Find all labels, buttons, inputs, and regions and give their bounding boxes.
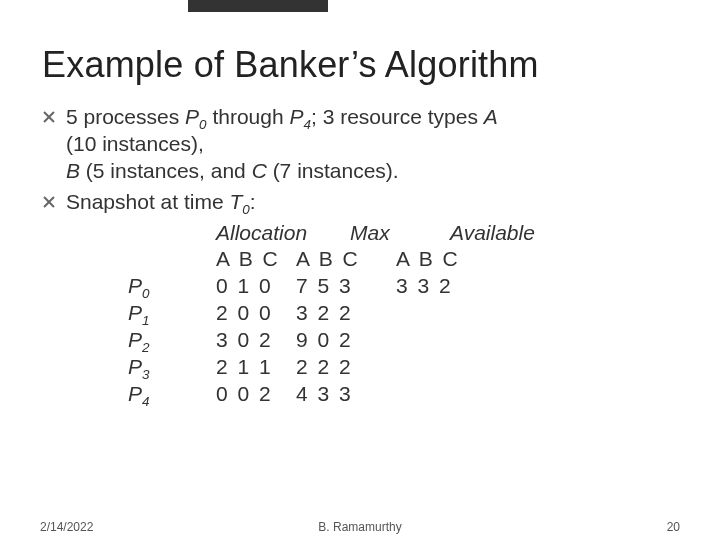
- bullet-2: Snapshot at time T0:: [42, 189, 678, 216]
- text-fragment: T: [229, 190, 242, 213]
- text-fragment: (7 instances).: [267, 159, 399, 182]
- var-B: B: [66, 159, 80, 182]
- text-fragment: (5 instances, and: [80, 159, 252, 182]
- decorative-top-bar: [188, 0, 328, 12]
- table-row: P3 2 1 1 2 2 2: [128, 354, 678, 381]
- bullet-1: 5 processes P0 through P4; 3 resource ty…: [42, 104, 678, 185]
- text-fragment: P: [128, 328, 142, 351]
- text-fragment: P: [128, 301, 142, 324]
- process-label: P1: [128, 300, 216, 327]
- max-cell: 9 0 2: [296, 327, 396, 354]
- var-P0: P0: [185, 105, 207, 128]
- max-cell: 2 2 2: [296, 354, 396, 381]
- header-allocation: Allocation: [216, 220, 350, 247]
- text-fragment: 5 processes: [66, 105, 185, 128]
- text-fragment: Snapshot at time: [66, 190, 229, 213]
- text-fragment: (10 instances),: [66, 132, 204, 155]
- available-cell: 3 3 2: [396, 273, 476, 300]
- diamond-icon: [42, 195, 56, 209]
- subscript: 4: [303, 117, 310, 132]
- process-label: P0: [128, 273, 216, 300]
- subscript: 4: [142, 394, 149, 409]
- available-cell: [396, 300, 476, 327]
- text-fragment: P: [128, 355, 142, 378]
- footer-author: B. Ramamurthy: [0, 520, 720, 534]
- table-subheader-row: A B C A B C A B C: [216, 246, 678, 273]
- subscript: 0: [199, 117, 206, 132]
- text-fragment: P: [128, 274, 142, 297]
- allocation-cell: 0 1 0: [216, 273, 296, 300]
- subheader-abc: A B C: [296, 246, 396, 273]
- max-cell: 7 5 3: [296, 273, 396, 300]
- bullet-2-text: Snapshot at time T0:: [66, 189, 678, 216]
- diamond-icon: [42, 110, 56, 124]
- bullet-1-text: 5 processes P0 through P4; 3 resource ty…: [66, 104, 678, 185]
- available-cell: [396, 327, 476, 354]
- subheader-abc: A B C: [396, 246, 476, 273]
- table-row: P2 3 0 2 9 0 2: [128, 327, 678, 354]
- allocation-cell: 0 0 2: [216, 381, 296, 408]
- allocation-table: Allocation Max Available A B C A B C A B…: [128, 220, 678, 408]
- process-label: P4: [128, 381, 216, 408]
- var-A: A: [484, 105, 498, 128]
- allocation-cell: 2 1 1: [216, 354, 296, 381]
- available-cell: [396, 381, 476, 408]
- subscript: 0: [242, 202, 249, 217]
- header-max: Max: [350, 220, 450, 247]
- table-row: P4 0 0 2 4 3 3: [128, 381, 678, 408]
- subheader-abc: A B C: [216, 246, 296, 273]
- slide-title: Example of Banker’s Algorithm: [42, 44, 678, 86]
- table-header-row: Allocation Max Available: [128, 220, 678, 247]
- slide-body: 5 processes P0 through P4; 3 resource ty…: [42, 104, 678, 408]
- table-row: P0 0 1 0 7 5 3 3 3 2: [128, 273, 678, 300]
- text-fragment: P: [289, 105, 303, 128]
- footer-page-number: 20: [667, 520, 680, 534]
- slide: Example of Banker’s Algorithm 5 processe…: [0, 0, 720, 540]
- available-cell: [396, 354, 476, 381]
- header-available: Available: [450, 220, 570, 247]
- max-cell: 4 3 3: [296, 381, 396, 408]
- var-T0: T0: [229, 190, 249, 213]
- var-P4: P4: [289, 105, 311, 128]
- text-fragment: through: [207, 105, 290, 128]
- table-row: P1 2 0 0 3 2 2: [128, 300, 678, 327]
- text-fragment: P: [128, 382, 142, 405]
- allocation-cell: 2 0 0: [216, 300, 296, 327]
- text-fragment: P: [185, 105, 199, 128]
- text-fragment: ; 3 resource types: [311, 105, 484, 128]
- text-fragment: :: [250, 190, 256, 213]
- process-label: P3: [128, 354, 216, 381]
- process-label: P2: [128, 327, 216, 354]
- max-cell: 3 2 2: [296, 300, 396, 327]
- allocation-cell: 3 0 2: [216, 327, 296, 354]
- var-C: C: [252, 159, 267, 182]
